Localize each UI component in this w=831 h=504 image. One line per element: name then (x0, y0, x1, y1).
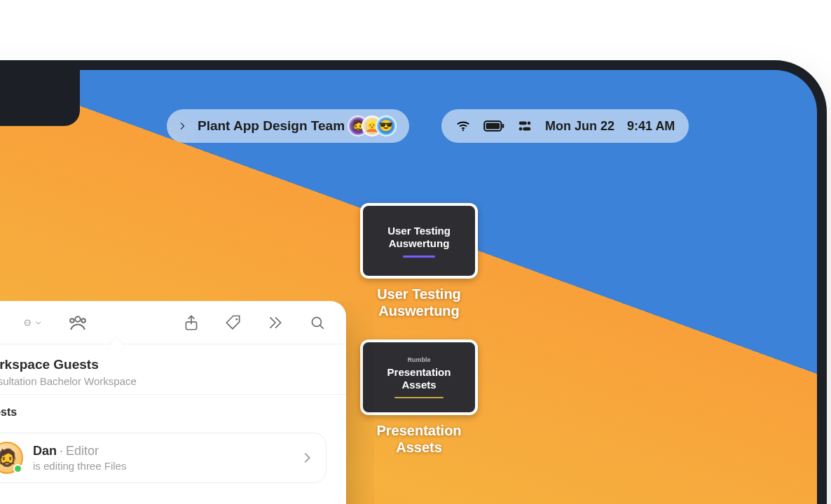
team-menu-pill[interactable]: Plant App Design Team (167, 109, 409, 143)
thumb-title-line: User Testing (387, 225, 451, 237)
thumb-accent-underline (403, 255, 435, 258)
thumb-title-line: Presentation (387, 366, 451, 379)
tag-button[interactable] (224, 314, 242, 332)
status-bar: Mon Jun 22 9:41 AM (441, 109, 689, 143)
popover-header: Workspace Guests Konsultation Bachelor W… (0, 344, 346, 394)
guest-avatar (0, 442, 23, 474)
chevron-right-icon (177, 120, 188, 132)
section-label: Guests (0, 406, 329, 419)
guest-meta: Dan·Editor is editing three Files (33, 444, 289, 472)
wifi-icon[interactable] (455, 118, 471, 134)
thumb-accent-underline (394, 397, 444, 398)
file-label-line: Auswertung (378, 303, 460, 318)
thumb-subtitle: Rumble (407, 356, 430, 364)
more-button[interactable] (266, 314, 284, 332)
window-toolbar (0, 301, 346, 344)
team-avatar-stack (355, 115, 397, 136)
device-frame: Plant App Design Team Mon Jun 22 9:41 AM… (0, 60, 827, 504)
file-label: User Testing Auswertung (360, 286, 478, 319)
popover-subtitle: Konsultation Bachelor Workspace (0, 375, 329, 387)
guest-role: Editor (66, 444, 99, 458)
guest-status: is editing three Files (33, 460, 289, 472)
thumb-title-line: Assets (401, 379, 436, 391)
file-label-line: Presentation (376, 423, 461, 438)
file-thumbnail: Rumble Presentation Assets (360, 340, 478, 415)
desktop-screen: Plant App Design Team Mon Jun 22 9:41 AM… (0, 70, 817, 504)
desktop-file[interactable]: User Testing Auswertung User Testing Aus… (360, 203, 478, 319)
guest-row[interactable]: Dan·Editor is editing three Files (0, 433, 327, 483)
search-button[interactable] (308, 314, 327, 332)
file-label-line: User Testing (377, 286, 461, 302)
file-label: Presentation Assets (360, 422, 478, 456)
actions-menu-button[interactable] (24, 314, 42, 332)
menubar-time[interactable]: 9:41 AM (627, 119, 675, 134)
desktop-file[interactable]: Rumble Presentation Assets Presentation … (360, 340, 478, 456)
guests-section-header: Guests (0, 394, 346, 424)
avatar (376, 115, 397, 136)
popover-arrow (109, 337, 124, 346)
file-thumbnail: User Testing Auswertung (360, 203, 478, 279)
presence-indicator (13, 464, 22, 473)
chevron-right-icon (299, 450, 315, 465)
display-notch (0, 70, 80, 126)
guest-name: Dan (33, 444, 57, 458)
popover-title: Workspace Guests (0, 357, 329, 372)
battery-icon[interactable] (483, 118, 504, 134)
menubar-date[interactable]: Mon Jun 22 (545, 119, 614, 134)
separator-dot: · (57, 444, 66, 458)
people-button[interactable] (66, 312, 90, 333)
file-label-line: Assets (396, 440, 442, 455)
thumb-title-line: Auswertung (389, 237, 450, 250)
app-window: Workspace Guests Konsultation Bachelor W… (0, 301, 346, 504)
control-center-icon[interactable] (517, 118, 533, 134)
share-button[interactable] (182, 314, 200, 332)
team-name-label: Plant App Design Team (198, 118, 345, 134)
